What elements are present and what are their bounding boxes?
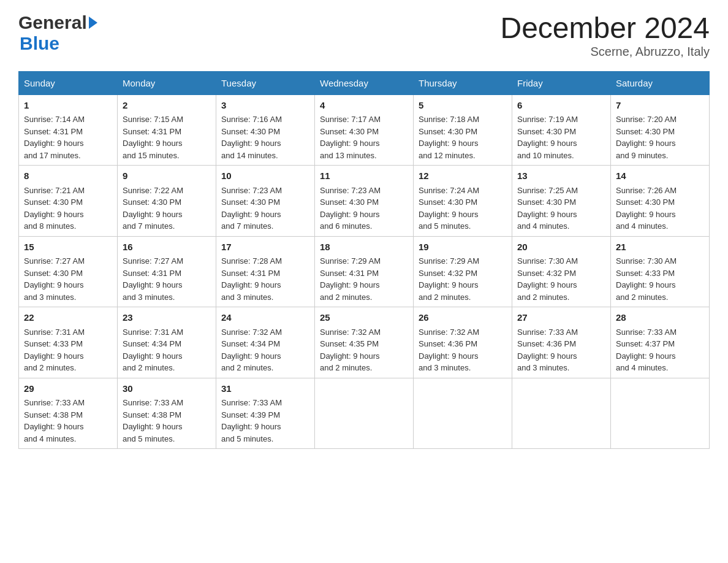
calendar-header-row: SundayMondayTuesdayWednesdayThursdayFrid… xyxy=(19,71,710,94)
day-number: 25 xyxy=(320,311,408,325)
calendar-day-cell: 14Sunrise: 7:26 AMSunset: 4:30 PMDayligh… xyxy=(611,166,710,237)
calendar-empty-cell xyxy=(611,378,710,449)
day-info: Sunrise: 7:30 AMSunset: 4:33 PMDaylight:… xyxy=(616,255,704,303)
calendar-week-row: 29Sunrise: 7:33 AMSunset: 4:38 PMDayligh… xyxy=(19,378,710,449)
day-info: Sunrise: 7:22 AMSunset: 4:30 PMDaylight:… xyxy=(123,185,211,232)
day-info: Sunrise: 7:28 AMSunset: 4:31 PMDaylight:… xyxy=(221,255,309,303)
calendar-subtitle: Scerne, Abruzzo, Italy xyxy=(500,45,710,59)
calendar-day-cell: 7Sunrise: 7:20 AMSunset: 4:30 PMDaylight… xyxy=(611,94,710,166)
calendar-day-cell: 27Sunrise: 7:33 AMSunset: 4:36 PMDayligh… xyxy=(512,307,611,378)
calendar-day-cell: 3Sunrise: 7:16 AMSunset: 4:30 PMDaylight… xyxy=(216,94,315,166)
calendar-empty-cell xyxy=(512,378,611,449)
calendar-day-cell: 26Sunrise: 7:32 AMSunset: 4:36 PMDayligh… xyxy=(414,307,512,378)
day-info: Sunrise: 7:32 AMSunset: 4:36 PMDaylight:… xyxy=(419,326,507,374)
day-number: 14 xyxy=(616,169,704,183)
day-number: 23 xyxy=(123,311,211,325)
calendar-day-cell: 4Sunrise: 7:17 AMSunset: 4:30 PMDaylight… xyxy=(315,94,414,166)
day-number: 4 xyxy=(320,99,408,113)
calendar-day-cell: 11Sunrise: 7:23 AMSunset: 4:30 PMDayligh… xyxy=(315,166,414,237)
day-number: 24 xyxy=(221,311,309,325)
day-number: 1 xyxy=(24,99,112,113)
calendar-day-cell: 23Sunrise: 7:31 AMSunset: 4:34 PMDayligh… xyxy=(118,307,216,378)
day-info: Sunrise: 7:33 AMSunset: 4:38 PMDaylight:… xyxy=(123,397,211,445)
day-number: 18 xyxy=(320,240,408,255)
day-number: 3 xyxy=(221,99,309,113)
calendar-day-cell: 24Sunrise: 7:32 AMSunset: 4:34 PMDayligh… xyxy=(216,307,315,378)
day-info: Sunrise: 7:14 AMSunset: 4:31 PMDaylight:… xyxy=(24,113,112,161)
calendar-day-cell: 15Sunrise: 7:27 AMSunset: 4:30 PMDayligh… xyxy=(19,236,118,307)
day-info: Sunrise: 7:15 AMSunset: 4:31 PMDaylight:… xyxy=(123,113,211,161)
day-info: Sunrise: 7:30 AMSunset: 4:32 PMDaylight:… xyxy=(517,255,605,303)
calendar-day-header: Sunday xyxy=(19,71,118,94)
logo-arrow-icon xyxy=(89,17,97,29)
day-info: Sunrise: 7:33 AMSunset: 4:39 PMDaylight:… xyxy=(221,397,309,445)
day-number: 16 xyxy=(123,240,211,255)
calendar-week-row: 15Sunrise: 7:27 AMSunset: 4:30 PMDayligh… xyxy=(19,236,710,307)
calendar-empty-cell xyxy=(414,378,512,449)
day-number: 10 xyxy=(221,169,309,183)
day-info: Sunrise: 7:26 AMSunset: 4:30 PMDaylight:… xyxy=(616,185,704,232)
day-info: Sunrise: 7:24 AMSunset: 4:30 PMDaylight:… xyxy=(419,185,507,232)
day-info: Sunrise: 7:23 AMSunset: 4:30 PMDaylight:… xyxy=(320,185,408,232)
day-number: 9 xyxy=(123,169,211,183)
title-block: December 2024 Scerne, Abruzzo, Italy xyxy=(500,12,710,59)
day-number: 13 xyxy=(517,169,605,183)
day-number: 12 xyxy=(419,169,507,183)
day-number: 8 xyxy=(24,169,112,183)
logo-general-text: General xyxy=(18,12,87,33)
day-number: 28 xyxy=(616,311,704,325)
day-info: Sunrise: 7:33 AMSunset: 4:37 PMDaylight:… xyxy=(616,326,704,374)
day-info: Sunrise: 7:19 AMSunset: 4:30 PMDaylight:… xyxy=(517,113,605,161)
calendar-day-cell: 18Sunrise: 7:29 AMSunset: 4:31 PMDayligh… xyxy=(315,236,414,307)
day-info: Sunrise: 7:31 AMSunset: 4:34 PMDaylight:… xyxy=(123,326,211,374)
day-info: Sunrise: 7:31 AMSunset: 4:33 PMDaylight:… xyxy=(24,326,112,374)
day-info: Sunrise: 7:33 AMSunset: 4:38 PMDaylight:… xyxy=(24,397,112,445)
day-info: Sunrise: 7:27 AMSunset: 4:30 PMDaylight:… xyxy=(24,255,112,303)
day-number: 2 xyxy=(123,99,211,113)
day-info: Sunrise: 7:17 AMSunset: 4:30 PMDaylight:… xyxy=(320,113,408,161)
day-number: 5 xyxy=(419,99,507,113)
calendar-day-cell: 25Sunrise: 7:32 AMSunset: 4:35 PMDayligh… xyxy=(315,307,414,378)
day-info: Sunrise: 7:27 AMSunset: 4:31 PMDaylight:… xyxy=(123,255,211,303)
calendar-week-row: 22Sunrise: 7:31 AMSunset: 4:33 PMDayligh… xyxy=(19,307,710,378)
day-number: 7 xyxy=(616,99,704,113)
day-number: 17 xyxy=(221,240,309,255)
calendar-day-cell: 10Sunrise: 7:23 AMSunset: 4:30 PMDayligh… xyxy=(216,166,315,237)
calendar-empty-cell xyxy=(315,378,414,449)
calendar-day-header: Wednesday xyxy=(315,71,414,94)
logo-blue-text: Blue xyxy=(20,33,59,54)
day-number: 26 xyxy=(419,311,507,325)
logo: General Blue xyxy=(18,12,97,54)
calendar-day-cell: 1Sunrise: 7:14 AMSunset: 4:31 PMDaylight… xyxy=(19,94,118,166)
day-info: Sunrise: 7:32 AMSunset: 4:34 PMDaylight:… xyxy=(221,326,309,374)
calendar-day-header: Friday xyxy=(512,71,611,94)
day-number: 6 xyxy=(517,99,605,113)
day-number: 21 xyxy=(616,240,704,255)
day-info: Sunrise: 7:21 AMSunset: 4:30 PMDaylight:… xyxy=(24,185,112,232)
calendar-day-cell: 30Sunrise: 7:33 AMSunset: 4:38 PMDayligh… xyxy=(118,378,216,449)
day-number: 11 xyxy=(320,169,408,183)
calendar-day-cell: 8Sunrise: 7:21 AMSunset: 4:30 PMDaylight… xyxy=(19,166,118,237)
calendar-day-cell: 19Sunrise: 7:29 AMSunset: 4:32 PMDayligh… xyxy=(414,236,512,307)
calendar-day-cell: 31Sunrise: 7:33 AMSunset: 4:39 PMDayligh… xyxy=(216,378,315,449)
day-number: 20 xyxy=(517,240,605,255)
calendar-day-header: Monday xyxy=(118,71,216,94)
calendar-day-cell: 2Sunrise: 7:15 AMSunset: 4:31 PMDaylight… xyxy=(118,94,216,166)
calendar-week-row: 8Sunrise: 7:21 AMSunset: 4:30 PMDaylight… xyxy=(19,166,710,237)
day-number: 27 xyxy=(517,311,605,325)
day-info: Sunrise: 7:29 AMSunset: 4:32 PMDaylight:… xyxy=(419,255,507,303)
day-number: 30 xyxy=(123,382,211,396)
day-number: 29 xyxy=(24,382,112,396)
calendar-day-cell: 16Sunrise: 7:27 AMSunset: 4:31 PMDayligh… xyxy=(118,236,216,307)
day-info: Sunrise: 7:25 AMSunset: 4:30 PMDaylight:… xyxy=(517,185,605,232)
calendar-day-cell: 9Sunrise: 7:22 AMSunset: 4:30 PMDaylight… xyxy=(118,166,216,237)
day-info: Sunrise: 7:20 AMSunset: 4:30 PMDaylight:… xyxy=(616,113,704,161)
day-number: 19 xyxy=(419,240,507,255)
day-number: 31 xyxy=(221,382,309,396)
calendar-day-cell: 6Sunrise: 7:19 AMSunset: 4:30 PMDaylight… xyxy=(512,94,611,166)
calendar-day-header: Tuesday xyxy=(216,71,315,94)
day-info: Sunrise: 7:32 AMSunset: 4:35 PMDaylight:… xyxy=(320,326,408,374)
calendar-day-cell: 29Sunrise: 7:33 AMSunset: 4:38 PMDayligh… xyxy=(19,378,118,449)
day-info: Sunrise: 7:29 AMSunset: 4:31 PMDaylight:… xyxy=(320,255,408,303)
calendar-day-header: Saturday xyxy=(611,71,710,94)
